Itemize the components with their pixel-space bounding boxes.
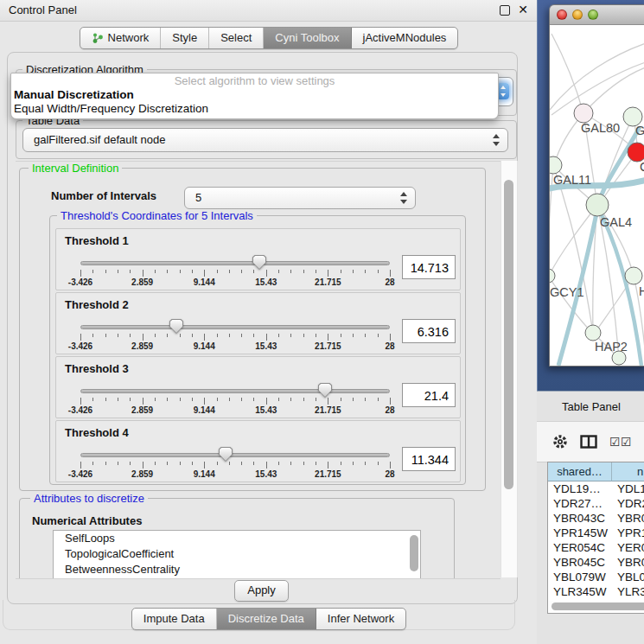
apply-button[interactable]: Apply <box>234 580 289 602</box>
threshold-1-slider[interactable]: -3.4262.8599.14415.4321.71528 <box>80 253 390 288</box>
tick-mark <box>155 398 156 401</box>
column-header-shared[interactable]: shared… <box>548 462 612 481</box>
network-window-titlebar[interactable] <box>550 5 644 25</box>
tab-impute-data[interactable]: Impute Data <box>132 609 217 629</box>
network-canvas[interactable]: GAL80GCGAL11GAL4GCY1HHAP2 <box>550 25 644 366</box>
network-node-GAL80[interactable] <box>574 104 593 123</box>
tab-style[interactable]: Style <box>161 28 209 48</box>
number-of-intervals-label: Number of Intervals <box>51 189 156 202</box>
combo-stepper-icon[interactable] <box>493 134 500 146</box>
top-tab-bar: NetworkStyleSelectCyni ToolboxjActiveMNo… <box>0 27 538 49</box>
gear-icon[interactable] <box>552 434 568 450</box>
threshold-2-slider[interactable]: -3.4262.8599.14415.4321.71528 <box>80 317 390 352</box>
network-node-GAL11[interactable] <box>550 156 562 174</box>
tick-mark <box>204 334 205 341</box>
tab-label: Cyni Toolbox <box>275 28 339 48</box>
tick-label: 2.859 <box>131 277 153 287</box>
table-row[interactable]: YER054CYER0 <box>548 540 644 555</box>
tick-mark <box>80 462 81 469</box>
dropdown-hint-item[interactable]: Select algorithm to view settings <box>11 73 498 88</box>
tab-select[interactable]: Select <box>209 28 264 48</box>
cell-shared-name: YBR045C <box>548 555 612 570</box>
network-node-node-right[interactable] <box>625 267 642 284</box>
table-row[interactable]: YLR345WYLR3 <box>548 584 644 599</box>
list-scrollbar-thumb[interactable] <box>410 535 418 571</box>
minimize-window-icon[interactable] <box>572 10 583 20</box>
cell-name: YBR0 <box>612 511 644 526</box>
split-columns-icon[interactable] <box>580 435 597 449</box>
attribute-list-item[interactable]: SelfLoops <box>54 531 420 546</box>
table-data-value: galFiltered.sif default node <box>34 129 165 151</box>
tick-mark <box>378 398 379 401</box>
network-node-HAP2[interactable] <box>585 325 601 341</box>
threshold-4-value-field[interactable]: 11.344 <box>402 447 456 471</box>
combo-stepper-icon[interactable] <box>400 192 407 204</box>
slider-track[interactable] <box>80 261 390 265</box>
tick-mark <box>217 270 218 273</box>
cell-shared-name: YER054C <box>548 540 612 555</box>
slider-track[interactable] <box>80 389 390 393</box>
tab-network[interactable]: Network <box>80 28 162 48</box>
tick-mark <box>316 334 316 337</box>
tick-label: -3.426 <box>68 469 92 479</box>
tick-mark <box>204 398 205 405</box>
thresholds-group: Threshold's Coordinates for 5 Intervals … <box>49 215 466 485</box>
table-row[interactable]: YBR045CYBR0 <box>548 555 644 570</box>
dropdown-item-equal-width-frequency[interactable]: Equal Width/Frequency Discretization <box>11 102 498 116</box>
main-scrollbar[interactable] <box>501 161 518 577</box>
network-node-GCY1[interactable] <box>550 269 555 283</box>
threshold-1-value-field[interactable]: 14.713 <box>402 255 456 279</box>
number-of-intervals-combobox[interactable]: 5 <box>184 187 416 209</box>
threshold-2-value-field[interactable]: 6.316 <box>402 319 456 343</box>
tick-mark <box>365 398 366 401</box>
checkbox-icon[interactable]: ☑ <box>621 437 632 447</box>
tick-mark <box>253 270 254 273</box>
tick-label: 28 <box>385 469 394 479</box>
tab-infer-network[interactable]: Infer Network <box>316 609 405 629</box>
close-panel-icon[interactable]: ✕ <box>518 3 528 16</box>
tab-jactivemnodules[interactable]: jActiveMNodules <box>352 28 458 48</box>
threshold-4-slider[interactable]: -3.4262.8599.14415.4321.71528 <box>80 445 390 480</box>
numerical-attributes-list[interactable]: SelfLoopsTopologicalCoefficientBetweenne… <box>53 530 421 579</box>
column-header-name[interactable]: n <box>612 462 644 481</box>
tab-discretize-data[interactable]: Discretize Data <box>217 609 316 629</box>
table-hscrollbar[interactable] <box>549 601 644 612</box>
tick-label: 21.715 <box>315 277 341 287</box>
zoom-window-icon[interactable] <box>588 10 598 20</box>
tick-mark <box>266 334 267 341</box>
tick-mark <box>192 270 193 273</box>
tab-cyni-toolbox[interactable]: Cyni Toolbox <box>264 28 351 48</box>
attribute-list-item[interactable]: TopologicalCoefficient <box>54 546 420 562</box>
cell-shared-name: YBL079W <box>548 570 612 584</box>
table-row[interactable]: YDL19…YDL1 <box>548 481 644 496</box>
table-row[interactable]: YDR27…YDR2 <box>548 496 644 511</box>
network-node-node-red[interactable] <box>628 143 644 162</box>
tick-mark <box>303 270 304 273</box>
slider-thumb[interactable] <box>318 383 332 398</box>
tick-mark <box>390 462 391 469</box>
table-hscrollbar-thumb[interactable] <box>552 603 644 610</box>
table-row[interactable]: YBR043CYBR0 <box>548 511 644 526</box>
checkbox-icon[interactable]: ☑ <box>609 437 621 447</box>
threshold-3-value-field[interactable]: 21.4 <box>402 383 456 407</box>
slider-track[interactable] <box>80 325 390 329</box>
tick-mark <box>378 334 379 337</box>
slider-thumb[interactable] <box>219 447 233 462</box>
float-panel-icon[interactable] <box>500 5 510 16</box>
tick-mark <box>167 398 168 401</box>
close-window-icon[interactable] <box>557 10 567 20</box>
slider-thumb[interactable] <box>169 319 183 334</box>
table-row[interactable]: YPR145WYPR1 <box>548 526 644 540</box>
dropdown-item-manual-discretization[interactable]: Manual Discretization <box>11 88 498 102</box>
table-data-combobox[interactable]: galFiltered.sif default node <box>22 128 508 152</box>
threshold-3-slider[interactable]: -3.4262.8599.14415.4321.71528 <box>80 381 390 416</box>
slider-track[interactable] <box>80 453 390 457</box>
tick-mark <box>353 270 354 273</box>
attribute-list-item[interactable]: BetweennessCentrality <box>54 562 420 577</box>
slider-thumb[interactable] <box>252 255 266 270</box>
tick-mark <box>118 270 118 273</box>
table-row[interactable]: YBL079WYBL0 <box>548 570 644 584</box>
tick-mark <box>217 398 218 401</box>
network-node-GAL4[interactable] <box>586 194 609 216</box>
main-scrollbar-thumb[interactable] <box>504 180 513 489</box>
